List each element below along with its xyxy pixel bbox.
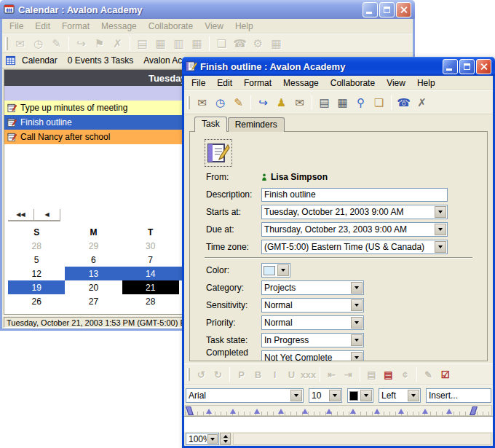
chevron-down-icon[interactable] — [351, 282, 363, 294]
new-task-icon[interactable]: ✎ — [229, 94, 248, 111]
new-task-icon[interactable]: ✎ — [47, 35, 66, 52]
call-icon[interactable]: ☎ — [395, 94, 413, 111]
day-cell[interactable]: 29 — [65, 239, 122, 253]
day-cell[interactable]: 19 — [8, 280, 65, 294]
chevron-down-icon[interactable] — [277, 264, 289, 276]
horizontal-scrollbar[interactable] — [233, 433, 491, 445]
tab-stop-marker[interactable] — [278, 409, 284, 414]
menu-file[interactable]: File — [4, 20, 29, 33]
chevron-down-icon[interactable] — [329, 390, 341, 401]
day-cell[interactable]: 28 — [8, 239, 65, 253]
menu-view[interactable]: View — [199, 20, 229, 33]
toolbar-grip[interactable] — [5, 37, 8, 50]
font-family-select[interactable]: Arial — [186, 388, 304, 403]
sensitivity-select[interactable]: Normal — [261, 298, 364, 313]
print-icon[interactable]: ▦ — [267, 35, 285, 52]
spellcheck-icon[interactable]: ☑ — [437, 367, 454, 382]
flag-icon[interactable]: ⚑ — [90, 35, 108, 52]
tools-icon[interactable]: ⚙ — [249, 35, 267, 52]
calendar-window-titlebar[interactable]: Calendar : Avalon Academy — [0, 0, 415, 19]
paragraph-style-icon[interactable]: P — [233, 367, 250, 382]
day-cell[interactable]: 28 — [122, 294, 179, 308]
zoom-stepper[interactable] — [220, 433, 231, 445]
color-select[interactable] — [261, 263, 290, 278]
prev-month-button[interactable]: ◀ — [34, 209, 60, 221]
close-button[interactable] — [476, 59, 491, 74]
menu-message[interactable]: Message — [95, 20, 143, 33]
chevron-down-icon[interactable] — [351, 317, 363, 329]
bold-icon[interactable]: B — [250, 367, 266, 382]
menu-edit[interactable]: Edit — [29, 20, 56, 33]
day-cell[interactable]: 21 — [122, 280, 179, 294]
day-cell[interactable]: 12 — [8, 267, 65, 280]
completed-on-select[interactable]: Not Yet Complete — [261, 350, 364, 361]
chevron-down-icon[interactable] — [435, 224, 446, 235]
new-mail-icon[interactable]: ✉ — [11, 35, 29, 52]
message-body[interactable] — [184, 416, 493, 431]
bullet-list-icon[interactable]: ▤ — [363, 367, 380, 382]
day-cell[interactable]: 5 — [8, 253, 65, 267]
tab-reminders[interactable]: Reminders — [228, 117, 285, 132]
menu-help[interactable]: Help — [411, 76, 441, 90]
chevron-down-icon[interactable] — [207, 434, 218, 444]
close-button[interactable] — [396, 2, 411, 17]
tab-stop-marker[interactable] — [374, 409, 380, 414]
italic-icon[interactable]: I — [266, 367, 283, 382]
address-book-icon[interactable]: ♟ — [272, 94, 290, 111]
tab-stop-marker[interactable] — [326, 409, 332, 414]
right-indent-marker[interactable] — [470, 406, 478, 415]
new-appointment-icon[interactable]: ◷ — [211, 94, 229, 111]
chevron-down-icon[interactable] — [435, 206, 446, 218]
undo-icon[interactable]: ↺ — [193, 367, 210, 382]
left-indent-marker[interactable] — [186, 406, 194, 415]
tab-stop-marker[interactable] — [206, 409, 212, 414]
ruler[interactable] — [185, 405, 492, 416]
delete-icon[interactable]: ✗ — [108, 35, 127, 52]
tab-stop-marker[interactable] — [230, 409, 236, 414]
starts-at-select[interactable]: Tuesday, October 21, 2003 9:00 AM — [261, 205, 448, 219]
menu-format[interactable]: Format — [238, 76, 277, 90]
chevron-down-icon[interactable] — [290, 390, 302, 401]
maximize-button[interactable] — [459, 59, 475, 74]
zoom-select[interactable]: 100% — [186, 433, 219, 445]
category-select[interactable]: Projects — [261, 280, 364, 295]
chevron-down-icon[interactable] — [351, 352, 363, 361]
chevron-down-icon[interactable] — [408, 390, 419, 401]
minimize-button[interactable] — [443, 59, 458, 74]
spin-up-icon[interactable] — [221, 433, 230, 439]
day-cell[interactable]: 20 — [65, 280, 122, 294]
time-zone-select[interactable]: (GMT-5:00) Eastern Time (US & Canada) — [261, 240, 448, 254]
resend-icon[interactable]: ✉ — [290, 94, 309, 111]
font-color-select[interactable] — [347, 388, 373, 403]
tab-stop-marker[interactable] — [422, 409, 428, 414]
month-view-icon[interactable]: ▦ — [188, 35, 206, 52]
day-cell[interactable]: 14 — [122, 267, 179, 280]
font-size-select[interactable]: 10 — [309, 388, 342, 403]
week-view-icon[interactable]: ▥ — [170, 35, 188, 52]
toolbar-grip[interactable] — [187, 96, 190, 109]
tab-stop-marker[interactable] — [302, 409, 308, 414]
tab-stop-marker[interactable] — [398, 409, 404, 414]
menu-format[interactable]: Format — [56, 20, 95, 33]
day-cell[interactable]: 6 — [65, 253, 122, 267]
description-input[interactable]: Finish outline — [261, 188, 448, 202]
chevron-down-icon[interactable] — [351, 334, 363, 346]
folder-icon[interactable]: ❏ — [213, 35, 231, 52]
due-at-select[interactable]: Thursday, October 23, 2003 9:00 AM — [261, 222, 448, 237]
find-icon[interactable]: ⚲ — [352, 94, 370, 111]
menu-collaborate[interactable]: Collaborate — [143, 20, 199, 33]
redo-icon[interactable]: ↻ — [210, 367, 226, 382]
maximize-button[interactable] — [379, 2, 395, 17]
insert-select[interactable]: Insert... — [426, 388, 491, 403]
underline-icon[interactable]: U — [283, 367, 300, 382]
special-text-icon[interactable]: ¢ — [397, 367, 413, 382]
tab-stop-marker[interactable] — [254, 409, 260, 414]
tab-stop-marker[interactable] — [350, 409, 356, 414]
delete-icon[interactable]: ✗ — [413, 94, 431, 111]
forward-icon[interactable]: ↪ — [72, 35, 90, 52]
chevron-down-icon[interactable] — [435, 241, 446, 253]
outdent-icon[interactable]: ⇤ — [323, 367, 340, 382]
day-cell[interactable]: 13 — [65, 267, 122, 280]
tab-stop-marker[interactable] — [446, 409, 452, 414]
new-appointment-icon[interactable]: ◷ — [29, 35, 47, 52]
